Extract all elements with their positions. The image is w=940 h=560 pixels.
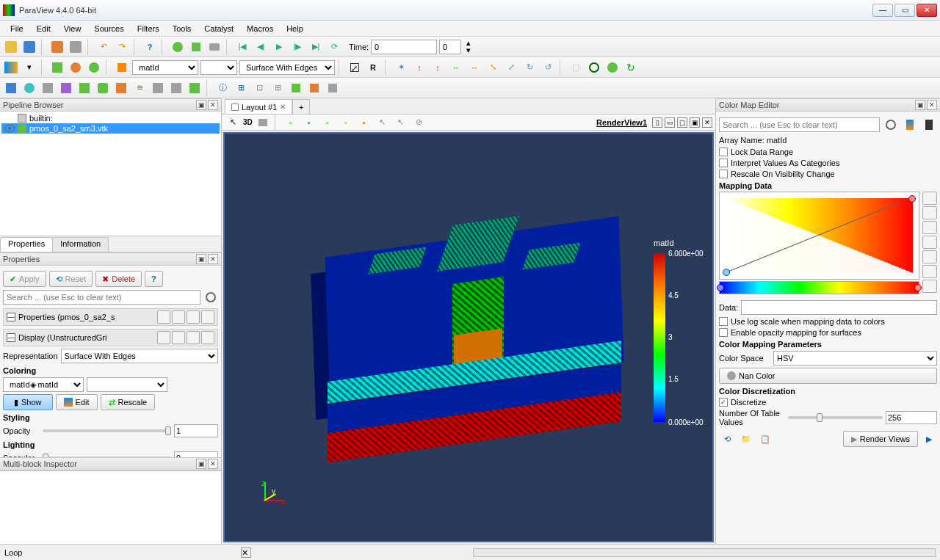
section-display[interactable]: — Display (UnstructuredGri [3,329,218,346]
time-index-input[interactable] [439,40,461,54]
disconnect-icon[interactable] [68,39,84,55]
log-scale-check[interactable] [719,317,728,326]
cancel-icon[interactable]: ✕ [241,548,251,558]
color-space-select[interactable]: HSV [773,351,937,366]
glyph2-icon[interactable] [113,80,129,96]
interpret-check[interactable] [719,159,728,167]
view-yp-icon[interactable]: ↔ [448,59,464,76]
reset-camera-icon[interactable]: ⤢ [347,59,363,76]
rotate-90-icon[interactable]: ↺ [540,59,556,76]
menu-macros[interactable]: Macros [241,23,279,34]
play-icon[interactable]: ▶ [271,39,287,55]
tab-properties[interactable]: Properties [0,237,53,252]
first-frame-icon[interactable]: |◀ [234,39,250,55]
data2-icon[interactable] [306,80,322,96]
menu-edit[interactable]: Edit [31,23,57,34]
undo-cm-icon[interactable]: ⟲ [719,431,735,447]
select-clear-icon[interactable]: ⊘ [411,114,427,131]
loop-icon[interactable]: ⟳ [326,39,342,55]
undock-icon[interactable]: ▣ [196,100,206,110]
select-cell-icon[interactable]: ▫ [283,114,299,131]
cell-data-icon[interactable] [114,59,130,76]
menu-catalyst[interactable]: Catalyst [198,23,239,34]
specular-slider[interactable] [43,457,171,457]
slice-icon[interactable] [58,80,74,96]
redo-icon[interactable]: ↷ [114,39,130,55]
sync-icon[interactable]: ↻ [623,59,639,76]
select-lasso-icon[interactable]: ↖ [375,114,391,131]
rescale-custom-icon[interactable] [922,206,937,219]
edit-colormap-button[interactable]: Edit [56,394,98,410]
panel-close2-icon[interactable]: ✕ [208,254,218,264]
gear-icon[interactable] [203,289,218,305]
opacity-map-check[interactable] [719,328,728,337]
opacity-input[interactable] [174,424,218,437]
undo-icon[interactable]: ↶ [95,39,112,55]
split-v-icon[interactable]: ▭ [665,117,675,128]
select-lasso2-icon[interactable]: ↖ [393,114,409,131]
collapse-icon[interactable]: — [7,333,15,342]
box-icon[interactable] [49,59,65,76]
color-component-select[interactable] [87,377,167,392]
split-h-icon[interactable]: ▯ [652,117,662,128]
plot-icon[interactable]: ⊞ [233,80,249,96]
contour-icon[interactable] [21,80,37,96]
menu-tools[interactable]: Tools [167,23,198,34]
minimize-button[interactable]: — [872,4,893,17]
close-tab-icon[interactable]: ✕ [280,103,286,111]
calc-icon[interactable] [3,80,19,96]
gear2-icon[interactable] [883,117,899,133]
axis-view-icon[interactable]: ✦ [393,59,409,76]
specular-input[interactable] [174,451,218,457]
menu-view[interactable]: View [58,23,87,34]
extract2-icon[interactable] [187,80,203,96]
advanced-icon[interactable] [922,280,937,293]
view-xp-icon[interactable]: ↕ [411,59,427,76]
camera-icon[interactable] [206,39,223,55]
show-scalebar-button[interactable]: ▮Show [3,394,53,410]
restore-view-icon[interactable]: ▣ [690,117,700,128]
preset-icon[interactable] [922,250,937,263]
select-block2-icon[interactable]: ▪ [356,114,372,131]
save-preset-icon[interactable] [922,265,937,278]
multiblock-area[interactable] [0,470,221,544]
axis-gizmo[interactable]: z x y [247,482,283,519]
clip-icon[interactable] [40,80,56,96]
last-frame-icon[interactable]: ▶| [308,39,324,55]
panel-close3-icon[interactable]: ✕ [208,459,218,469]
menu-help[interactable]: Help [281,23,309,34]
pipeline-tree[interactable]: builtin: pmos_0_sa2_sm3.vtk [0,112,221,236]
grid-icon[interactable]: ⊡ [251,80,267,96]
color-handle-start[interactable] [717,284,724,291]
doc-icon[interactable] [157,310,170,324]
target-icon[interactable] [586,59,602,76]
undock4-icon[interactable]: ▣ [915,100,925,110]
representation-select[interactable]: Surface With Edges [239,60,335,75]
apply-button[interactable]: ✔Apply [3,271,46,287]
opacity-handle-2[interactable] [908,195,916,203]
ntable-slider[interactable] [788,416,883,419]
colormap-search[interactable] [719,117,880,132]
save2-icon[interactable] [201,331,214,344]
data-value-input[interactable] [741,300,937,315]
add-layout-button[interactable]: + [292,99,310,114]
scale-bar[interactable]: matId 6.000e+00 4.5 3 1.5 0.000e+00 [654,239,698,437]
maximize-button[interactable]: ▭ [894,4,915,17]
pointer-icon[interactable]: ↖ [225,114,241,131]
collapse-icon[interactable]: — [7,313,15,321]
undock2-icon[interactable]: ▣ [196,254,206,264]
section-properties[interactable]: — Properties (pmos_0_sa2_s [3,308,218,326]
warp-icon[interactable] [150,80,166,96]
zoom-data-icon[interactable]: R [365,59,381,76]
color-block-icon[interactable] [3,59,19,76]
rescale-range-icon[interactable] [922,192,937,205]
select-block-icon[interactable]: ▫ [338,114,354,131]
pipeline-item-vtk[interactable]: pmos_0_sa2_sm3.vtk [1,123,220,134]
color-by-select[interactable]: matId◈ matId [3,377,84,392]
auto-render-icon[interactable]: ▶ [921,431,937,447]
close-view-icon[interactable]: ✕ [702,117,712,128]
color-array-select[interactable]: matId [132,60,198,75]
discretize-check[interactable] [719,398,728,407]
rescale-log-icon[interactable] [922,221,937,234]
menu-sources[interactable]: Sources [88,23,129,34]
